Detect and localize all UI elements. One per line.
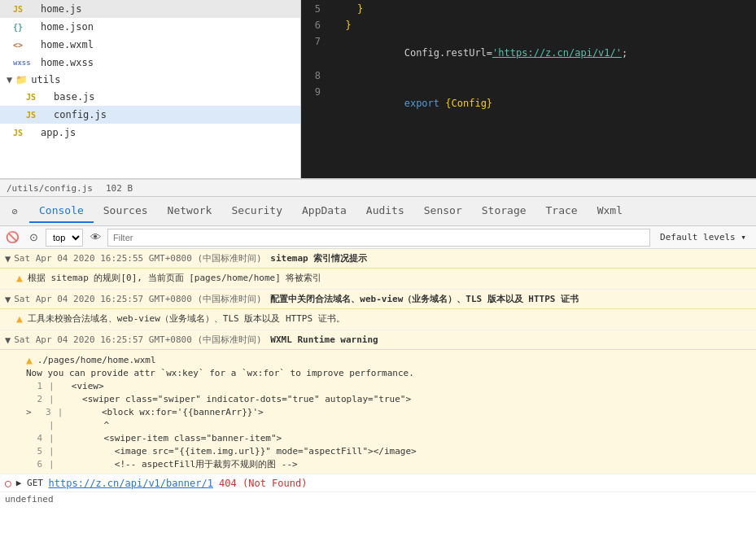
line-number: 6 [26,459,42,470]
error-icon: ○ [5,477,11,489]
line-number: 8 [301,70,330,86]
wxml-caret-line: | ^ [26,418,751,431]
code-content: <view> [61,381,104,391]
log-timestamp: Sat Apr 04 2020 16:25:57 GMT+0800 (中国标准时… [14,334,267,346]
line-number: 2 [26,394,42,404]
code-content: <!-- aspectFill用于裁剪不规则的图 --> [61,458,298,470]
console-output: ▼ Sat Apr 04 2020 16:25:55 GMT+0800 (中国标… [0,249,756,533]
collapse-arrow-icon: ▼ [5,253,11,264]
stop-button[interactable]: ⊙ [24,229,42,247]
log-header-domain[interactable]: ▼ Sat Apr 04 2020 16:25:57 GMT+0800 (中国标… [0,290,756,309]
file-item-config-js[interactable]: JS config.js [0,106,300,124]
line-content: Config.restUrl='https://z.cn/api/v1/'; [330,36,756,70]
log-message: WXML Runtime warning [270,334,378,345]
eye-button[interactable]: 👁 [86,229,104,247]
url-link[interactable]: 'https://z.cn/api/v1/' [492,47,622,59]
code-content: <block wx:for='{{bannerArr}}'> [69,407,263,417]
code-line-5: 5 } [301,3,756,20]
wxml-code-line-5: 5 | <image src="{{item.img.url}}" mode="… [26,444,751,457]
tab-audits[interactable]: Audits [356,199,414,223]
log-header-sitemap[interactable]: ▼ Sat Apr 04 2020 16:25:55 GMT+0800 (中国标… [0,249,756,269]
file-item-home-json[interactable]: {} home.json [0,18,300,36]
tab-console[interactable]: Console [29,199,94,223]
js-icon: JS [26,93,49,102]
console-body: ▼ Sat Apr 04 2020 16:25:55 GMT+0800 (中国标… [0,249,756,533]
filename: base.js [54,91,95,103]
folder-name: utils [31,74,60,85]
warning-icon: ▲ [16,312,23,325]
line-number: 9 [301,86,330,120]
filter-input[interactable] [107,229,650,247]
log-timestamp: Sat Apr 04 2020 16:25:55 GMT+0800 (中国标准时… [14,252,267,264]
error-link[interactable]: https://z.cn/api/v1/banner/1 [49,478,213,489]
filename: home.js [41,3,82,15]
wxml-code-line-2: 2 | <swiper class="swiper" indicator-dot… [26,392,751,405]
tab-wxml[interactable]: Wxml [588,199,632,223]
filename: home.wxml [41,39,94,50]
line-number: 1 [26,381,42,391]
filename: config.js [54,109,107,120]
file-path: /utils/config.js [7,183,93,194]
line-number: 7 [301,36,330,70]
undefined-text: undefined [5,494,54,505]
tab-storage[interactable]: Storage [472,199,536,223]
devtools-panel: ⊘ Console Sources Network Security AppDa… [0,197,756,533]
code-content: <image src="{{item.img.url}}" mode="aspe… [61,446,417,457]
tab-trace[interactable]: Trace [536,199,588,223]
pipe: | [49,446,55,457]
log-message: sitemap 索引情况提示 [270,252,367,264]
file-sidebar: JS home.js {} home.json <> home.wxml wxs… [0,0,301,178]
tab-network[interactable]: Network [158,199,222,223]
log-group-wxml: ▼ Sat Apr 04 2020 16:25:57 GMT+0800 (中国标… [0,330,756,474]
line-number: 3 [35,407,51,417]
warning-row: ▲ 根据 sitemap 的规则[0], 当前页面 [pages/home/ho… [16,270,751,286]
log-header-wxml[interactable]: ▼ Sat Apr 04 2020 16:25:57 GMT+0800 (中国标… [0,330,756,350]
log-message: 配置中关闭合法域名、web-view（业务域名）、TLS 版本以及 HTTPS … [270,293,579,305]
line-content: } [330,3,756,20]
warning-icon: ▲ [16,272,23,284]
tab-sensor[interactable]: Sensor [414,199,472,223]
error-row-404: ○ ▶ GET https://z.cn/api/v1/banner/1 404… [0,474,756,492]
clear-button[interactable]: 🚫 [3,229,21,247]
warning-text: 根据 sitemap 的规则[0], 当前页面 [pages/home/home… [28,272,322,284]
line-content: export {Config} [330,86,756,120]
back-button[interactable]: ⊘ [3,200,26,223]
code-content: <swiper class="swiper" indicator-dots="t… [61,394,411,404]
filename: home.json [41,21,94,33]
wxml-note: Now you can provide attr `wx:key` for a … [26,366,751,379]
levels-dropdown[interactable]: Default levels ▾ [653,232,753,242]
warning-icon: ▲ [26,354,33,366]
file-item-home-wxss[interactable]: wxss home.wxss [0,54,300,72]
status-bar: /utils/config.js 102 B [0,179,756,197]
log-group-sitemap: ▼ Sat Apr 04 2020 16:25:55 GMT+0800 (中国标… [0,249,756,290]
line-number: 4 [26,433,42,443]
wxml-code-line-6: 6 | <!-- aspectFill用于裁剪不规则的图 --> [26,457,751,470]
file-size: 102 B [106,183,133,194]
code-editor: 5 } 6 } 7 Config.restUrl='https://z.cn/a… [301,0,756,178]
code-content: <swiper-item class="banner-item"> [61,433,282,443]
line-number: 5 [301,3,330,20]
file-item-home-wxml[interactable]: <> home.wxml [0,36,300,54]
pipe: | [49,381,55,391]
file-item-home-js[interactable]: JS home.js [0,0,300,18]
error-code: 404 (Not Found) [213,478,308,489]
file-item-app-js[interactable]: JS app.js [0,124,300,142]
tab-security[interactable]: Security [221,199,292,223]
console-toolbar: 🚫 ⊙ top 👁 Default levels ▾ [0,226,756,249]
context-select[interactable]: top [46,229,83,247]
wxml-code-line-1: 1 | <view> [26,379,751,392]
tab-sources[interactable]: Sources [94,199,158,223]
collapse-arrow-icon: ▼ [5,334,11,346]
pipe: | [49,420,55,430]
code-content: ^ [61,420,110,430]
file-item-base-js[interactable]: JS base.js [0,88,300,106]
folder-utils[interactable]: ▼ 📁 utils [0,72,300,88]
filename: app.js [41,127,76,138]
error-prefix: ▶ GET [16,478,49,488]
warning-row: ▲ 工具未校验合法域名、web-view（业务域名）、TLS 版本以及 HTTP… [16,311,751,326]
tab-appdata[interactable]: AppData [292,199,356,223]
code-brace: {Config} [445,98,492,109]
line-number: 6 [301,20,330,36]
wxml-path-line: ▲ ./pages/home/home.wxml [26,353,751,366]
code-line-7: 7 Config.restUrl='https://z.cn/api/v1/'; [301,36,756,70]
